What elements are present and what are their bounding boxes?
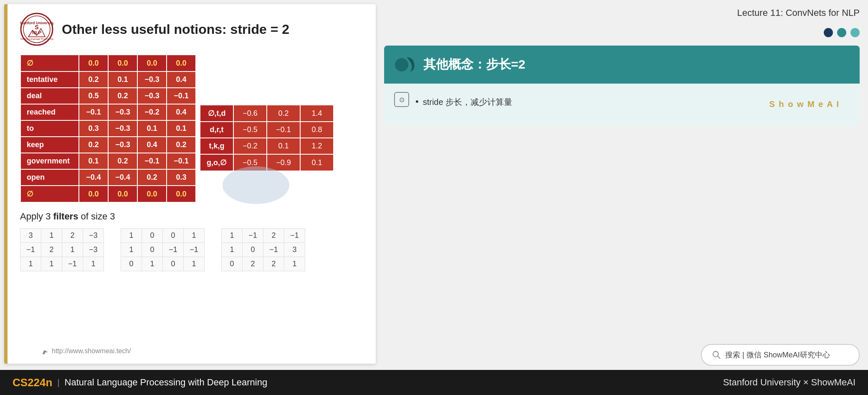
website-url: http://www.showmeai.tech/ <box>52 347 131 355</box>
key-cell: d,r,t <box>200 122 233 138</box>
val-cell: −0.2 <box>233 138 267 154</box>
table-row: to 0.3 −0.3 0.1 0.1 <box>20 120 196 137</box>
val-cell: 1.4 <box>300 105 334 122</box>
content-area: Stanford University S NLP Natural Langua… <box>0 0 868 395</box>
num-cell: 0.2 <box>108 153 137 169</box>
num-cell: −0.4 <box>108 169 137 186</box>
annotation-text: stride 步长，减少计算量 <box>423 95 512 109</box>
bottom-right: Stanford University × ShowMeAI <box>723 377 855 388</box>
val-cell: −0.9 <box>267 154 300 171</box>
stanford-logo: Stanford University S NLP Natural Langua… <box>20 13 53 46</box>
num-cell: 0.0 <box>108 55 137 71</box>
circle-highlight <box>223 166 289 204</box>
table-row: reached −0.1 −0.3 −0.2 0.4 <box>20 104 196 120</box>
num-cell: 0.1 <box>167 120 196 137</box>
num-cell: −0.2 <box>137 104 167 120</box>
num-cell: 0.0 <box>167 55 196 71</box>
annotation-card: 其他概念：步长=2 ⊙ S h o w M e A I • stride 步长，… <box>384 46 860 125</box>
word-cell: reached <box>20 104 79 120</box>
word-cell: ∅ <box>20 55 79 71</box>
num-cell: 0.1 <box>137 120 167 137</box>
annotation-body: ⊙ S h o w M e A I • stride 步长，减少计算量 <box>384 84 860 125</box>
search-box[interactable]: 搜索 | 微信 ShowMeAI研究中心 <box>701 344 860 366</box>
key-cell: t,k,g <box>200 138 233 154</box>
val-cell: 0.2 <box>267 105 300 122</box>
val-cell: −0.5 <box>233 154 267 171</box>
table-row: ∅ 0.0 0.0 0.0 0.0 <box>20 55 196 71</box>
num-cell: 0.4 <box>167 104 196 120</box>
bullet-dot: • <box>415 96 419 107</box>
num-cell: −0.3 <box>108 137 137 153</box>
svg-point-7 <box>395 58 408 71</box>
search-icon <box>712 350 721 359</box>
num-cell: −0.3 <box>137 88 167 104</box>
filters-label: Apply 3 filters of size 3 <box>20 211 363 222</box>
val-cell: 0.1 <box>267 138 300 154</box>
table-row: g,o,∅ −0.5 −0.9 0.1 <box>200 154 334 171</box>
bottom-left: CS224n | Natural Language Processing wit… <box>13 376 267 389</box>
num-cell: 0.0 <box>137 55 167 71</box>
bottom-right-text: Stanford University × ShowMeAI <box>723 377 855 387</box>
val-cell: 0.8 <box>300 122 334 138</box>
table-row: keep 0.2 −0.3 0.4 0.2 <box>20 137 196 153</box>
ai-icon: ⊙ <box>394 92 409 107</box>
num-cell: 0.4 <box>167 71 196 88</box>
num-cell: −0.3 <box>137 71 167 88</box>
val-cell: 0.1 <box>300 154 334 171</box>
num-cell: 0.0 <box>79 55 108 71</box>
lecture-title: Lecture 11: ConvNets for NLP <box>384 4 860 22</box>
num-cell: 0.4 <box>137 137 167 153</box>
num-cell: −0.1 <box>167 88 196 104</box>
filter-matrices: 312−3 −121−3 11−11 1001 10−1−1 0101 <box>20 228 363 271</box>
num-cell: 0.0 <box>108 186 137 202</box>
result-table: ∅,t,d −0.6 0.2 1.4 d,r,t −0.5 −0.1 0.8 <box>200 104 334 171</box>
annotation-content: S h o w M e A I • stride 步长，减少计算量 <box>415 92 850 109</box>
table-row: tentative 0.2 0.1 −0.3 0.4 <box>20 71 196 88</box>
num-cell: 0.5 <box>79 88 108 104</box>
table-row: d,r,t −0.5 −0.1 0.8 <box>200 122 334 138</box>
num-cell: 0.1 <box>79 153 108 169</box>
table-row: t,k,g −0.2 0.1 1.2 <box>200 138 334 154</box>
num-cell: −0.3 <box>108 104 137 120</box>
slide-title: Other less useful notions: stride = 2 <box>62 22 289 37</box>
result-table-wrapper: ∅,t,d −0.6 0.2 1.4 d,r,t −0.5 −0.1 0.8 <box>200 104 334 171</box>
annotation-title: 其他概念：步长=2 <box>423 56 525 73</box>
val-cell: −0.6 <box>233 105 267 122</box>
num-cell: −0.1 <box>167 153 196 169</box>
filter-matrix-3: 1−12−1 10−13 0221 <box>221 228 305 271</box>
word-cell: ∅ <box>20 186 79 202</box>
svg-text:Natural Language Processing: Natural Language Processing <box>20 38 53 40</box>
dot-2 <box>837 28 846 37</box>
word-embedding-table: ∅ 0.0 0.0 0.0 0.0 tentative 0.2 0.1 −0.3… <box>20 54 196 203</box>
val-cell: −0.1 <box>267 122 300 138</box>
word-cell: tentative <box>20 71 79 88</box>
table-row: open −0.4 −0.4 0.2 0.3 <box>20 169 196 186</box>
annotation-header: 其他概念：步长=2 <box>384 46 860 84</box>
bottom-subtitle: Natural Language Processing with Deep Le… <box>65 377 268 388</box>
num-cell: −0.1 <box>79 104 108 120</box>
num-cell: 0.0 <box>137 186 167 202</box>
search-text: 搜索 | 微信 ShowMeAI研究中心 <box>725 350 830 360</box>
num-cell: −0.3 <box>108 120 137 137</box>
svg-text:S: S <box>35 24 38 31</box>
cs-label: CS224n <box>13 376 52 389</box>
num-cell: 0.1 <box>108 71 137 88</box>
dot-1 <box>824 28 833 37</box>
table-row: ∅ 0.0 0.0 0.0 0.0 <box>20 186 196 202</box>
dot-3 <box>850 28 860 37</box>
svg-point-8 <box>713 352 719 357</box>
website-link: http://www.showmeai.tech/ <box>41 347 131 355</box>
word-cell: government <box>20 153 79 169</box>
bottom-bar: CS224n | Natural Language Processing wit… <box>0 370 868 395</box>
table-row: government 0.1 0.2 −0.1 −0.1 <box>20 153 196 169</box>
wave-icon <box>394 53 417 76</box>
dots-row <box>384 28 860 37</box>
right-panel: Lecture 11: ConvNets for NLP 其他概念：步长=2 <box>380 0 868 370</box>
bottom-divider: | <box>57 378 59 387</box>
val-cell: 1.2 <box>300 138 334 154</box>
filter-matrix-2: 1001 10−1−1 0101 <box>121 228 205 271</box>
num-cell: 0.0 <box>79 186 108 202</box>
word-cell: open <box>20 169 79 186</box>
num-cell: 0.2 <box>79 71 108 88</box>
table-row: deal 0.5 0.2 −0.3 −0.1 <box>20 88 196 104</box>
